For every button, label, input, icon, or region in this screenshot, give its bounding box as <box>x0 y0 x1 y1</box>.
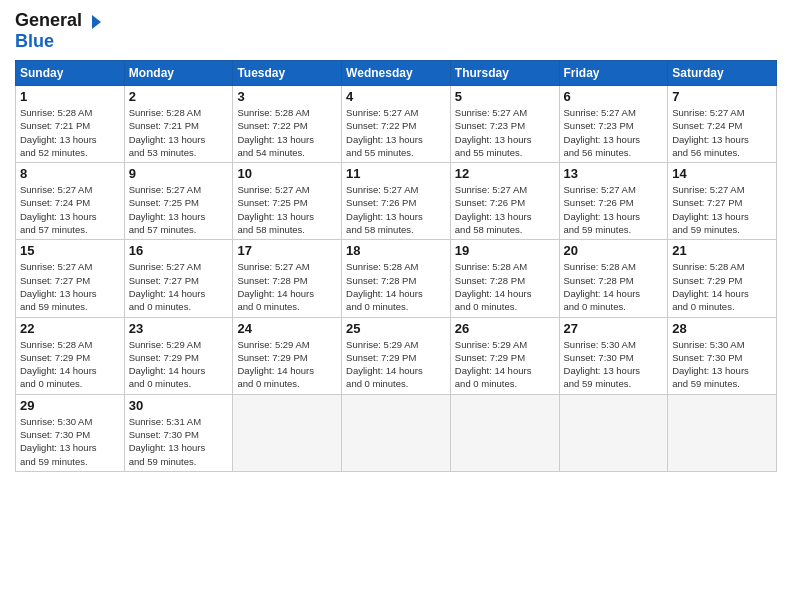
calendar-day-cell: 27Sunrise: 5:30 AMSunset: 7:30 PMDayligh… <box>559 317 668 394</box>
weekday-header-thursday: Thursday <box>450 61 559 86</box>
calendar-day-cell: 3Sunrise: 5:28 AMSunset: 7:22 PMDaylight… <box>233 86 342 163</box>
day-number: 22 <box>20 321 120 336</box>
weekday-header-monday: Monday <box>124 61 233 86</box>
logo-flag-icon <box>83 13 101 31</box>
day-info: Sunrise: 5:27 AMSunset: 7:26 PMDaylight:… <box>455 183 555 236</box>
logo: General Blue <box>15 10 101 52</box>
day-number: 18 <box>346 243 446 258</box>
day-info: Sunrise: 5:28 AMSunset: 7:28 PMDaylight:… <box>455 260 555 313</box>
calendar-day-cell: 17Sunrise: 5:27 AMSunset: 7:28 PMDayligh… <box>233 240 342 317</box>
calendar-week-row: 8Sunrise: 5:27 AMSunset: 7:24 PMDaylight… <box>16 163 777 240</box>
calendar-week-row: 15Sunrise: 5:27 AMSunset: 7:27 PMDayligh… <box>16 240 777 317</box>
calendar-day-cell <box>233 394 342 471</box>
day-info: Sunrise: 5:30 AMSunset: 7:30 PMDaylight:… <box>672 338 772 391</box>
header: General Blue <box>15 10 777 52</box>
calendar-day-cell: 8Sunrise: 5:27 AMSunset: 7:24 PMDaylight… <box>16 163 125 240</box>
day-number: 30 <box>129 398 229 413</box>
calendar-day-cell: 4Sunrise: 5:27 AMSunset: 7:22 PMDaylight… <box>342 86 451 163</box>
day-number: 12 <box>455 166 555 181</box>
day-number: 4 <box>346 89 446 104</box>
calendar-day-cell: 12Sunrise: 5:27 AMSunset: 7:26 PMDayligh… <box>450 163 559 240</box>
weekday-header-sunday: Sunday <box>16 61 125 86</box>
day-info: Sunrise: 5:29 AMSunset: 7:29 PMDaylight:… <box>455 338 555 391</box>
day-info: Sunrise: 5:30 AMSunset: 7:30 PMDaylight:… <box>564 338 664 391</box>
calendar-day-cell: 23Sunrise: 5:29 AMSunset: 7:29 PMDayligh… <box>124 317 233 394</box>
calendar-day-cell: 18Sunrise: 5:28 AMSunset: 7:28 PMDayligh… <box>342 240 451 317</box>
weekday-header-tuesday: Tuesday <box>233 61 342 86</box>
day-number: 17 <box>237 243 337 258</box>
day-number: 2 <box>129 89 229 104</box>
calendar-day-cell: 19Sunrise: 5:28 AMSunset: 7:28 PMDayligh… <box>450 240 559 317</box>
day-info: Sunrise: 5:27 AMSunset: 7:27 PMDaylight:… <box>20 260 120 313</box>
day-number: 11 <box>346 166 446 181</box>
calendar-day-cell: 2Sunrise: 5:28 AMSunset: 7:21 PMDaylight… <box>124 86 233 163</box>
calendar-day-cell: 24Sunrise: 5:29 AMSunset: 7:29 PMDayligh… <box>233 317 342 394</box>
day-number: 1 <box>20 89 120 104</box>
day-number: 19 <box>455 243 555 258</box>
day-number: 20 <box>564 243 664 258</box>
weekday-header-wednesday: Wednesday <box>342 61 451 86</box>
calendar-day-cell <box>668 394 777 471</box>
logo-blue-text: Blue <box>15 31 54 51</box>
day-number: 8 <box>20 166 120 181</box>
calendar-week-row: 1Sunrise: 5:28 AMSunset: 7:21 PMDaylight… <box>16 86 777 163</box>
day-number: 24 <box>237 321 337 336</box>
day-number: 15 <box>20 243 120 258</box>
calendar-week-row: 29Sunrise: 5:30 AMSunset: 7:30 PMDayligh… <box>16 394 777 471</box>
calendar-day-cell <box>559 394 668 471</box>
day-number: 26 <box>455 321 555 336</box>
weekday-header-friday: Friday <box>559 61 668 86</box>
weekday-header-saturday: Saturday <box>668 61 777 86</box>
day-number: 14 <box>672 166 772 181</box>
day-info: Sunrise: 5:29 AMSunset: 7:29 PMDaylight:… <box>346 338 446 391</box>
day-number: 6 <box>564 89 664 104</box>
calendar-day-cell: 22Sunrise: 5:28 AMSunset: 7:29 PMDayligh… <box>16 317 125 394</box>
day-info: Sunrise: 5:27 AMSunset: 7:27 PMDaylight:… <box>672 183 772 236</box>
day-info: Sunrise: 5:28 AMSunset: 7:28 PMDaylight:… <box>346 260 446 313</box>
day-number: 7 <box>672 89 772 104</box>
calendar-week-row: 22Sunrise: 5:28 AMSunset: 7:29 PMDayligh… <box>16 317 777 394</box>
day-info: Sunrise: 5:30 AMSunset: 7:30 PMDaylight:… <box>20 415 120 468</box>
day-number: 28 <box>672 321 772 336</box>
day-number: 10 <box>237 166 337 181</box>
calendar-day-cell: 1Sunrise: 5:28 AMSunset: 7:21 PMDaylight… <box>16 86 125 163</box>
day-info: Sunrise: 5:29 AMSunset: 7:29 PMDaylight:… <box>237 338 337 391</box>
calendar-day-cell: 6Sunrise: 5:27 AMSunset: 7:23 PMDaylight… <box>559 86 668 163</box>
calendar-day-cell: 7Sunrise: 5:27 AMSunset: 7:24 PMDaylight… <box>668 86 777 163</box>
calendar-day-cell: 20Sunrise: 5:28 AMSunset: 7:28 PMDayligh… <box>559 240 668 317</box>
calendar-day-cell: 10Sunrise: 5:27 AMSunset: 7:25 PMDayligh… <box>233 163 342 240</box>
calendar-table: SundayMondayTuesdayWednesdayThursdayFrid… <box>15 60 777 472</box>
day-number: 27 <box>564 321 664 336</box>
calendar-day-cell: 14Sunrise: 5:27 AMSunset: 7:27 PMDayligh… <box>668 163 777 240</box>
day-info: Sunrise: 5:29 AMSunset: 7:29 PMDaylight:… <box>129 338 229 391</box>
day-info: Sunrise: 5:27 AMSunset: 7:25 PMDaylight:… <box>237 183 337 236</box>
day-info: Sunrise: 5:28 AMSunset: 7:29 PMDaylight:… <box>672 260 772 313</box>
day-info: Sunrise: 5:28 AMSunset: 7:21 PMDaylight:… <box>129 106 229 159</box>
day-info: Sunrise: 5:27 AMSunset: 7:26 PMDaylight:… <box>346 183 446 236</box>
day-number: 3 <box>237 89 337 104</box>
day-number: 21 <box>672 243 772 258</box>
day-info: Sunrise: 5:28 AMSunset: 7:21 PMDaylight:… <box>20 106 120 159</box>
calendar-day-cell: 15Sunrise: 5:27 AMSunset: 7:27 PMDayligh… <box>16 240 125 317</box>
day-info: Sunrise: 5:27 AMSunset: 7:28 PMDaylight:… <box>237 260 337 313</box>
calendar-day-cell: 26Sunrise: 5:29 AMSunset: 7:29 PMDayligh… <box>450 317 559 394</box>
calendar-day-cell <box>450 394 559 471</box>
day-info: Sunrise: 5:27 AMSunset: 7:25 PMDaylight:… <box>129 183 229 236</box>
day-info: Sunrise: 5:31 AMSunset: 7:30 PMDaylight:… <box>129 415 229 468</box>
day-number: 9 <box>129 166 229 181</box>
calendar-day-cell: 13Sunrise: 5:27 AMSunset: 7:26 PMDayligh… <box>559 163 668 240</box>
day-info: Sunrise: 5:28 AMSunset: 7:22 PMDaylight:… <box>237 106 337 159</box>
calendar-day-cell: 30Sunrise: 5:31 AMSunset: 7:30 PMDayligh… <box>124 394 233 471</box>
day-info: Sunrise: 5:27 AMSunset: 7:26 PMDaylight:… <box>564 183 664 236</box>
weekday-header-row: SundayMondayTuesdayWednesdayThursdayFrid… <box>16 61 777 86</box>
day-number: 23 <box>129 321 229 336</box>
day-number: 29 <box>20 398 120 413</box>
day-info: Sunrise: 5:28 AMSunset: 7:28 PMDaylight:… <box>564 260 664 313</box>
day-info: Sunrise: 5:28 AMSunset: 7:29 PMDaylight:… <box>20 338 120 391</box>
calendar-day-cell: 21Sunrise: 5:28 AMSunset: 7:29 PMDayligh… <box>668 240 777 317</box>
calendar-day-cell: 28Sunrise: 5:30 AMSunset: 7:30 PMDayligh… <box>668 317 777 394</box>
day-info: Sunrise: 5:27 AMSunset: 7:22 PMDaylight:… <box>346 106 446 159</box>
day-info: Sunrise: 5:27 AMSunset: 7:23 PMDaylight:… <box>455 106 555 159</box>
day-info: Sunrise: 5:27 AMSunset: 7:24 PMDaylight:… <box>672 106 772 159</box>
calendar-day-cell: 29Sunrise: 5:30 AMSunset: 7:30 PMDayligh… <box>16 394 125 471</box>
